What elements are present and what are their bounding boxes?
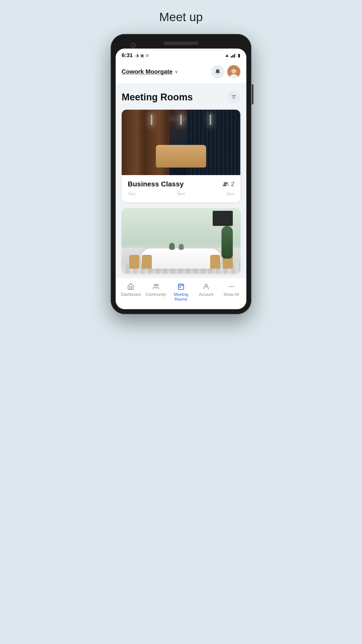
status-time: 6:31 (122, 52, 133, 59)
room-card-2[interactable] (122, 208, 240, 274)
section-title: Meeting Rooms (122, 92, 193, 103)
big-plant (221, 226, 233, 259)
avatar (227, 65, 240, 78)
nav-label-meeting-rooms: MeetingRooms (174, 292, 188, 302)
chevron-down-icon: ∨ (175, 69, 178, 74)
status-icons: ◑ ▣ ⊘ (135, 53, 149, 58)
room-capacity-1: 2 (222, 181, 234, 188)
room-info-1: Business Classy 2 7am (122, 175, 240, 202)
svg-point-3 (224, 182, 226, 184)
filter-icon (231, 94, 237, 100)
svg-point-6 (156, 284, 158, 286)
svg-point-9 (205, 284, 207, 287)
time-7am-1: 7am (128, 192, 135, 196)
nav-item-show-all[interactable]: Show All (219, 283, 244, 297)
status-icon-3: ⊘ (146, 53, 149, 58)
conference-table-1 (156, 145, 206, 168)
calendar-icon (177, 283, 185, 290)
content-area: Meeting Rooms (116, 84, 246, 278)
nav-label-account: Account (199, 292, 213, 297)
more-dots-icon (228, 283, 235, 290)
workspace-selector[interactable]: Cowork Moorgate ∨ (122, 68, 178, 75)
plant-pot-1 (169, 243, 175, 250)
tv-screen (213, 211, 233, 226)
status-bar: 6:31 ◑ ▣ ⊘ ▲ ▮ (116, 49, 246, 61)
header-actions (211, 65, 240, 78)
bottom-navigation: Dashboard Community MeetingRoo (116, 278, 246, 309)
svg-rect-7 (178, 284, 184, 290)
svg-rect-8 (179, 287, 181, 288)
status-left: 6:31 ◑ ▣ ⊘ (122, 52, 149, 59)
room-card-1[interactable]: Business Classy 2 7am (122, 110, 240, 202)
speaker (163, 42, 199, 45)
chair-3 (210, 255, 220, 269)
avatar-image (227, 65, 240, 78)
svg-point-12 (233, 286, 234, 287)
room-image-1 (122, 110, 240, 175)
nav-label-dashboard: Dashboard (121, 292, 141, 297)
battery-icon: ▮ (238, 53, 240, 58)
app-header: Cowork Moorgate ∨ (116, 61, 246, 84)
side-button (252, 84, 253, 104)
time-9am-1: 9am (227, 192, 234, 196)
signal-icon (231, 53, 236, 58)
phone-screen: 6:31 ◑ ▣ ⊘ ▲ ▮ Cowork (116, 49, 246, 309)
phone-frame: 6:31 ◑ ▣ ⊘ ▲ ▮ Cowork (111, 34, 251, 314)
status-icon-1: ◑ (135, 53, 139, 58)
user-avatar-button[interactable] (227, 65, 240, 78)
nav-item-community[interactable]: Community (143, 283, 168, 297)
notification-button[interactable] (211, 65, 224, 78)
svg-point-11 (231, 286, 232, 287)
wifi-icon: ▲ (225, 53, 229, 58)
svg-point-4 (226, 182, 228, 184)
room-info-row-1: Business Classy 2 (128, 180, 234, 188)
white-table (141, 249, 221, 269)
chair-1 (129, 255, 139, 269)
svg-point-5 (154, 284, 156, 286)
people-icon (222, 182, 229, 187)
community-icon (152, 283, 159, 290)
bell-icon (215, 69, 221, 75)
status-right: ▲ ▮ (225, 53, 240, 58)
section-header: Meeting Rooms (122, 91, 240, 104)
account-icon (203, 283, 210, 290)
camera (131, 43, 136, 48)
app-title: Meet up (159, 10, 203, 24)
svg-point-10 (229, 286, 230, 287)
plant-pot-2 (179, 244, 184, 250)
nav-label-show-all: Show All (223, 292, 239, 297)
capacity-count-1: 2 (231, 181, 234, 188)
nav-label-community: Community (146, 292, 166, 297)
filter-button[interactable] (227, 91, 240, 104)
room-image-2 (122, 208, 240, 274)
room-name-1: Business Classy (128, 180, 184, 188)
status-icon-2: ▣ (140, 53, 144, 58)
home-icon (127, 283, 134, 290)
nav-item-account[interactable]: Account (194, 283, 219, 297)
time-8am-1: 8am (177, 192, 185, 196)
nav-item-dashboard[interactable]: Dashboard (118, 283, 143, 297)
workspace-name: Cowork Moorgate (122, 68, 173, 75)
time-row-1: 7am 8am 9am (128, 192, 234, 197)
ceiling-lights (122, 115, 240, 125)
nav-item-meeting-rooms[interactable]: MeetingRooms (168, 283, 194, 302)
chair-2 (142, 255, 152, 269)
